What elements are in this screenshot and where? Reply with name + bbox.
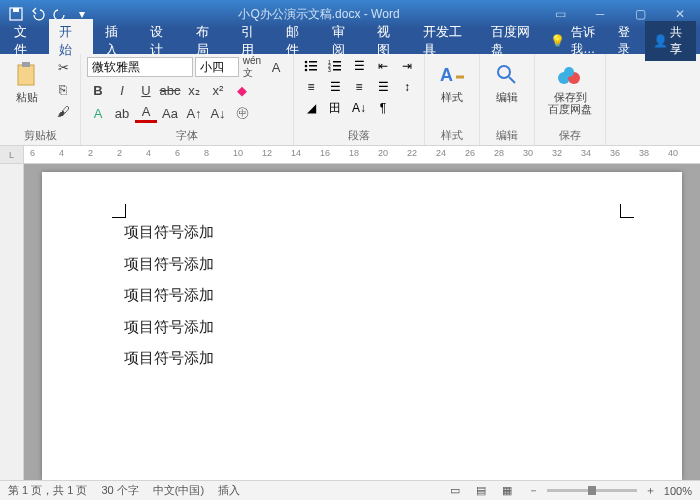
tell-me[interactable]: 告诉我…: [571, 24, 612, 58]
group-styles: A 样式 样式: [425, 54, 480, 145]
read-mode-icon[interactable]: ▭: [450, 484, 468, 498]
cut-icon[interactable]: ✂: [52, 57, 74, 77]
svg-rect-5: [309, 61, 317, 63]
styles-button[interactable]: A 样式: [431, 57, 473, 107]
document-area: 项目符号添加项目符号添加项目符号添加项目符号添加项目符号添加: [0, 164, 700, 480]
borders-icon[interactable]: 田: [324, 99, 346, 117]
ruler-tick: 16: [320, 148, 330, 158]
vertical-ruler[interactable]: [0, 164, 24, 480]
font-name-select[interactable]: 微软雅黑: [87, 57, 193, 77]
increase-indent-icon[interactable]: ⇥: [396, 57, 418, 75]
align-center-icon[interactable]: ☰: [324, 78, 346, 96]
svg-rect-11: [333, 61, 341, 63]
svg-rect-9: [309, 69, 317, 71]
horizontal-ruler[interactable]: 642246810121416182022242628303234363840: [24, 146, 700, 163]
paragraph-line[interactable]: 项目符号添加: [124, 216, 622, 248]
baidu-cloud-icon: [556, 61, 584, 89]
svg-point-17: [498, 66, 510, 78]
ruler-tick: 20: [378, 148, 388, 158]
ruler-tick: 40: [668, 148, 678, 158]
find-icon: [493, 61, 521, 89]
status-page[interactable]: 第 1 页，共 1 页: [8, 483, 87, 498]
paragraph-line[interactable]: 项目符号添加: [124, 248, 622, 280]
ruler-tick: 6: [175, 148, 180, 158]
ruler-tick: 2: [117, 148, 122, 158]
grow-font-icon[interactable]: A↑: [183, 103, 205, 123]
change-case-icon[interactable]: Aa: [159, 103, 181, 123]
zoom-slider[interactable]: [547, 489, 637, 492]
strikethrough-button[interactable]: abc: [159, 80, 181, 100]
superscript-button[interactable]: x²: [207, 80, 229, 100]
svg-line-18: [509, 77, 515, 83]
subscript-button[interactable]: x₂: [183, 80, 205, 100]
align-left-icon[interactable]: ≡: [300, 78, 322, 96]
svg-point-8: [305, 69, 308, 72]
svg-rect-13: [333, 65, 341, 67]
enclose-char-icon[interactable]: ㊥: [231, 103, 253, 123]
zoom-in-icon[interactable]: ＋: [645, 483, 656, 498]
page: 项目符号添加项目符号添加项目符号添加项目符号添加项目符号添加: [42, 172, 682, 480]
sort-icon[interactable]: A↓: [348, 99, 370, 117]
underline-button[interactable]: U: [135, 80, 157, 100]
font-color-icon[interactable]: A: [135, 103, 157, 123]
numbering-icon[interactable]: 123: [324, 57, 346, 75]
decrease-indent-icon[interactable]: ⇤: [372, 57, 394, 75]
document-content[interactable]: 项目符号添加项目符号添加项目符号添加项目符号添加项目符号添加: [124, 216, 622, 374]
login-link[interactable]: 登录: [618, 24, 639, 58]
status-mode[interactable]: 插入: [218, 483, 240, 498]
phonetic-icon[interactable]: wén文: [241, 57, 263, 77]
ruler-corner: L: [0, 146, 24, 163]
paste-button[interactable]: 粘贴: [6, 57, 48, 107]
align-right-icon[interactable]: ≡: [348, 78, 370, 96]
paste-icon: [13, 61, 41, 89]
print-layout-icon[interactable]: ▤: [476, 484, 494, 498]
share-button[interactable]: 👤 共享: [645, 21, 696, 61]
text-effects-icon[interactable]: A: [87, 103, 109, 123]
svg-rect-7: [309, 65, 317, 67]
status-lang[interactable]: 中文(中国): [153, 483, 204, 498]
tell-me-icon[interactable]: 💡: [550, 34, 565, 48]
clear-format-icon[interactable]: ◆: [231, 80, 253, 100]
paragraph-line[interactable]: 项目符号添加: [124, 279, 622, 311]
ruler-tick: 14: [291, 148, 301, 158]
highlight-icon[interactable]: ab: [111, 103, 133, 123]
ruler-tick: 36: [610, 148, 620, 158]
svg-rect-3: [22, 62, 30, 67]
format-painter-icon[interactable]: 🖌: [52, 101, 74, 121]
paragraph-line[interactable]: 项目符号添加: [124, 311, 622, 343]
margin-mark-tr: [620, 204, 634, 218]
multilevel-icon[interactable]: ☰: [348, 57, 370, 75]
shading-icon[interactable]: ◢: [300, 99, 322, 117]
status-words[interactable]: 30 个字: [101, 483, 138, 498]
ruler-tick: 30: [523, 148, 533, 158]
italic-button[interactable]: I: [111, 80, 133, 100]
ruler-tick: 26: [465, 148, 475, 158]
group-save-cloud: 保存到 百度网盘 保存: [535, 54, 606, 145]
ribbon: 粘贴 ✂ ⎘ 🖌 剪贴板 微软雅黑 小四 wén文 A B I: [0, 54, 700, 146]
zoom-value[interactable]: 100%: [664, 485, 692, 497]
ruler-tick: 2: [88, 148, 93, 158]
zoom-out-icon[interactable]: －: [528, 483, 539, 498]
shrink-font-icon[interactable]: A↓: [207, 103, 229, 123]
char-border-icon[interactable]: A: [265, 57, 287, 77]
ruler-tick: 4: [59, 148, 64, 158]
paragraph-line[interactable]: 项目符号添加: [124, 342, 622, 374]
editing-button[interactable]: 编辑: [486, 57, 528, 107]
justify-icon[interactable]: ☰: [372, 78, 394, 96]
save-baidu-button[interactable]: 保存到 百度网盘: [541, 57, 599, 119]
web-layout-icon[interactable]: ▦: [502, 484, 520, 498]
bullets-icon[interactable]: [300, 57, 322, 75]
group-font: 微软雅黑 小四 wén文 A B I U abc x₂ x² ◆ A ab: [81, 54, 294, 145]
bold-button[interactable]: B: [87, 80, 109, 100]
ribbon-tabs: 文件 开始 插入 设计 布局 引用 邮件 审阅 视图 开发工具 百度网盘 💡 告…: [0, 28, 700, 54]
copy-icon[interactable]: ⎘: [52, 79, 74, 99]
document-canvas[interactable]: 项目符号添加项目符号添加项目符号添加项目符号添加项目符号添加: [24, 164, 700, 480]
horizontal-ruler-area: L 64224681012141618202224262830323436384…: [0, 146, 700, 164]
styles-icon: A: [438, 61, 466, 89]
font-size-select[interactable]: 小四: [195, 57, 239, 77]
ruler-tick: 22: [407, 148, 417, 158]
ruler-tick: 34: [581, 148, 591, 158]
svg-point-6: [305, 65, 308, 68]
line-spacing-icon[interactable]: ↕: [396, 78, 418, 96]
show-marks-icon[interactable]: ¶: [372, 99, 394, 117]
